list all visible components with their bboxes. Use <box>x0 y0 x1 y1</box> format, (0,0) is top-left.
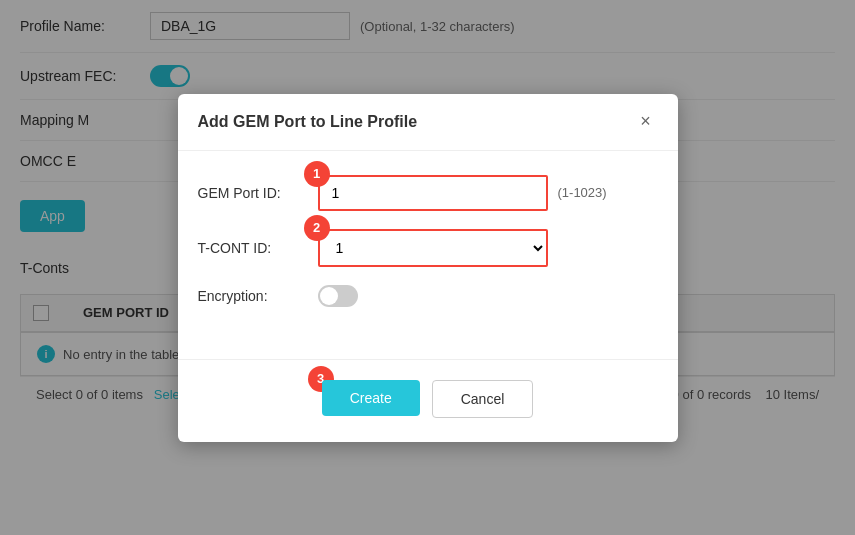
gem-port-id-row: GEM Port ID: 1 (1-1023) <box>198 175 658 211</box>
step2-badge: 2 <box>304 215 330 241</box>
add-gem-port-modal: Add GEM Port to Line Profile × GEM Port … <box>178 94 678 442</box>
tcont-id-row: T-CONT ID: 2 1 2 3 4 <box>198 229 658 267</box>
modal-header: Add GEM Port to Line Profile × <box>178 94 678 151</box>
modal-title: Add GEM Port to Line Profile <box>198 113 418 131</box>
encryption-toggle-knob <box>320 287 338 305</box>
gem-port-id-input[interactable] <box>318 175 548 211</box>
encryption-row: Encryption: <box>198 285 658 307</box>
tcont-id-select[interactable]: 1 2 3 4 <box>318 229 548 267</box>
step1-badge: 1 <box>304 161 330 187</box>
tcont-id-wrapper: 2 1 2 3 4 <box>318 229 548 267</box>
gem-port-id-label: GEM Port ID: <box>198 185 318 201</box>
create-button[interactable]: Create <box>322 380 420 416</box>
gem-port-id-hint: (1-1023) <box>558 185 607 200</box>
modal-overlay: Add GEM Port to Line Profile × GEM Port … <box>0 0 855 535</box>
encryption-label: Encryption: <box>198 288 318 304</box>
modal-body: GEM Port ID: 1 (1-1023) T-CONT ID: 2 1 2… <box>178 151 678 349</box>
encryption-toggle[interactable] <box>318 285 358 307</box>
modal-footer: 3 Create Cancel <box>178 380 678 442</box>
tcont-id-label: T-CONT ID: <box>198 240 318 256</box>
modal-close-button[interactable]: × <box>634 110 658 134</box>
cancel-button[interactable]: Cancel <box>432 380 534 418</box>
gem-port-id-wrapper: 1 <box>318 175 548 211</box>
modal-divider <box>178 359 678 360</box>
